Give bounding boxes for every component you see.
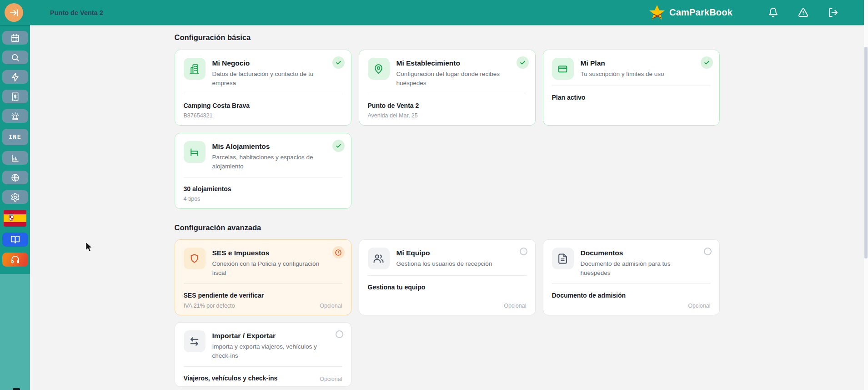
status-warning-badge xyxy=(332,246,345,258)
card-titles: Mi Establecimiento Configuración del lug… xyxy=(396,58,516,88)
card-description: Datos de facturación y contacto de tu em… xyxy=(212,70,331,88)
gear-icon xyxy=(10,192,20,202)
card-mi-establecimiento[interactable]: Mi Establecimiento Configuración del lug… xyxy=(359,50,536,126)
notifications-button[interactable] xyxy=(768,7,778,18)
sidebar: INE xyxy=(0,25,30,390)
spain-coat-of-arms xyxy=(8,214,14,221)
footer-value: Gestiona tu equipo xyxy=(368,284,527,291)
card-head: Mis Alojamientos Parcelas, habitaciones … xyxy=(184,141,342,171)
map-pin-icon xyxy=(368,58,390,80)
footer-value: Punto de Venta 2 xyxy=(368,102,527,110)
footer-bottom-row: Opcional xyxy=(368,303,527,309)
status-completed-badge xyxy=(332,56,345,69)
card-footer: Viajeros, vehículos y check-ins Opcional xyxy=(184,366,342,382)
advanced-cards-row-2: Importar / Exportar Importa y exporta vi… xyxy=(175,322,720,387)
card-mis-alojamientos[interactable]: Mis Alojamientos Parcelas, habitaciones … xyxy=(175,133,351,209)
brand-name: CamParkBook xyxy=(669,7,733,18)
sidebar-item-web[interactable] xyxy=(2,171,28,184)
status-pending-circle xyxy=(520,248,527,255)
section-title-advanced: Configuración avanzada xyxy=(175,223,720,232)
flag-red-stripe xyxy=(4,222,26,227)
sidebar-item-support[interactable] xyxy=(2,253,28,267)
card-title: Mi Negocio xyxy=(212,59,331,67)
receipt-dollar-icon xyxy=(10,92,20,101)
card-head: Importar / Exportar Importa y exporta vi… xyxy=(184,330,342,360)
basic-cards-row-2: Mis Alojamientos Parcelas, habitaciones … xyxy=(175,133,720,209)
footer-bottom-row: Viajeros, vehículos y check-ins Opcional xyxy=(184,372,342,382)
app-root: { "colors": { "header_teal": "#14998b", … xyxy=(0,0,868,390)
card-head: SES e Impuestos Conexión con la Policía … xyxy=(184,248,342,278)
card-head: Mi Plan Tu suscripción y límites de uso xyxy=(552,58,711,80)
logout-button[interactable] xyxy=(828,7,838,18)
card-footer: Camping Costa Brava B87654321 xyxy=(184,94,342,119)
users-icon xyxy=(368,248,390,269)
sidebar-nav: INE xyxy=(0,25,30,274)
card-description: Documento de admisión para tus huéspedes xyxy=(581,259,700,278)
book-open-icon xyxy=(10,235,20,244)
card-ses-impuestos[interactable]: SES e Impuestos Conexión con la Policía … xyxy=(175,239,351,315)
card-mi-negocio[interactable]: Mi Negocio Datos de facturación y contac… xyxy=(175,50,351,126)
card-titles: Mi Equipo Gestiona los usuarios de recep… xyxy=(396,248,516,269)
status-pending-circle xyxy=(336,330,343,338)
card-description: Configuración del lugar donde recibes hu… xyxy=(396,70,516,88)
card-title: Documentos xyxy=(581,249,700,257)
sidebar-item-statistics[interactable] xyxy=(2,151,28,165)
footer-value: Documento de admisión xyxy=(552,292,711,299)
footer-value: 30 alojamientos xyxy=(184,185,342,193)
sidebar-item-ine[interactable]: INE xyxy=(2,129,28,145)
card-documentos[interactable]: Documentos Documento de admisión para tu… xyxy=(543,239,720,315)
footer-subvalue: 4 tipos xyxy=(184,196,342,202)
page-scrollbar[interactable] xyxy=(864,0,868,390)
scrollbar-thumb[interactable] xyxy=(864,47,868,258)
globe-icon xyxy=(10,173,20,182)
footer-value: Plan activo xyxy=(552,94,711,101)
sidebar-item-quick-actions[interactable] xyxy=(2,70,28,84)
sidebar-item-alarms[interactable] xyxy=(2,109,28,123)
advanced-cards-row-1: SES e Impuestos Conexión con la Policía … xyxy=(175,239,720,315)
status-pending-circle xyxy=(704,248,712,255)
card-titles: Documentos Documento de admisión para tu… xyxy=(581,248,700,278)
card-mi-equipo[interactable]: Mi Equipo Gestiona los usuarios de recep… xyxy=(359,239,536,315)
sidebar-item-billing[interactable] xyxy=(2,90,28,103)
card-description: Importa y exporta viajeros, vehículos y … xyxy=(212,342,331,360)
card-mi-plan[interactable]: Mi Plan Tu suscripción y límites de uso … xyxy=(543,50,720,126)
optional-badge: Opcional xyxy=(320,303,342,309)
file-text-icon xyxy=(552,248,574,269)
footer-value: SES pendiente de verificar xyxy=(184,292,342,299)
card-titles: SES e Impuestos Conexión con la Policía … xyxy=(212,248,331,278)
bar-chart-icon xyxy=(10,153,20,163)
card-title: Mi Establecimiento xyxy=(396,59,516,67)
alerts-button[interactable] xyxy=(798,7,808,18)
card-footer: Plan activo xyxy=(552,86,711,119)
footer-subvalue: Avenida del Mar, 25 xyxy=(368,112,527,119)
card-head: Mi Equipo Gestiona los usuarios de recep… xyxy=(368,248,527,269)
card-titles: Mi Negocio Datos de facturación y contac… xyxy=(212,58,331,88)
status-completed-badge xyxy=(517,56,529,69)
sidebar-item-language-spain-flag[interactable] xyxy=(4,210,26,227)
triangle-alert-icon xyxy=(798,7,808,18)
headphones-icon xyxy=(10,255,20,264)
section-title-basic: Configuración básica xyxy=(175,33,720,42)
footer-bottom-row: Opcional xyxy=(552,303,711,309)
sidebar-item-guide[interactable] xyxy=(2,233,28,247)
card-footer: SES pendiente de verificar IVA 21% por d… xyxy=(184,284,342,309)
footer-value: Viajeros, vehículos y check-ins xyxy=(184,375,278,382)
sidebar-item-settings[interactable] xyxy=(2,190,28,204)
card-head: Mi Establecimiento Configuración del lug… xyxy=(368,58,527,88)
card-footer: 30 alojamientos 4 tipos xyxy=(184,177,342,203)
optional-badge: Opcional xyxy=(320,376,342,382)
log-out-icon xyxy=(828,7,838,18)
footer-subvalue: B87654321 xyxy=(184,112,342,119)
calendar-icon xyxy=(10,33,20,43)
sidebar-item-search[interactable] xyxy=(2,51,28,64)
shield-icon xyxy=(184,248,206,269)
collapse-sidebar-button[interactable] xyxy=(5,3,23,22)
card-importar-exportar[interactable]: Importar / Exportar Importa y exporta vi… xyxy=(175,322,351,387)
flag-red-stripe xyxy=(4,210,26,214)
basic-cards-row-1: Mi Negocio Datos de facturación y contac… xyxy=(175,50,720,126)
card-titles: Importar / Exportar Importa y exporta vi… xyxy=(212,330,331,360)
card-footer: Documento de admisión Opcional xyxy=(552,284,711,309)
optional-badge: Opcional xyxy=(688,303,710,309)
bell-icon xyxy=(768,7,778,18)
sidebar-item-calendar[interactable] xyxy=(2,31,28,45)
